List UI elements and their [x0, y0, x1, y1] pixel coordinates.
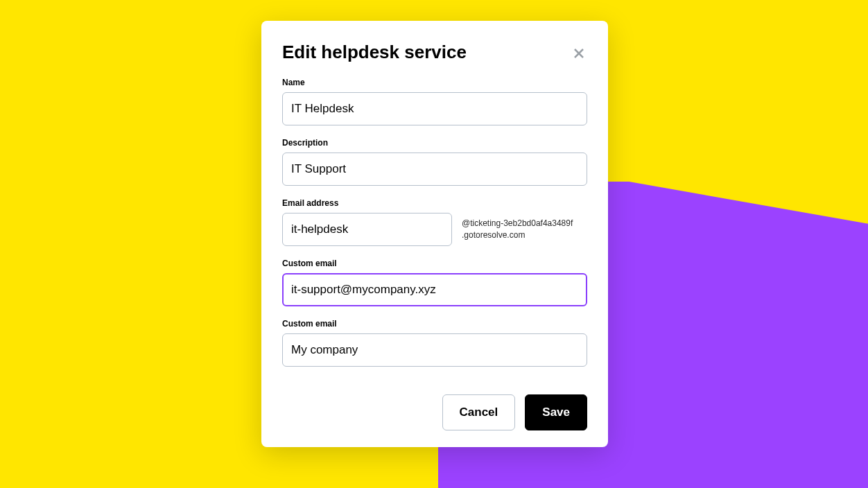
custom-email2-input[interactable] [282, 333, 587, 367]
name-label: Name [282, 78, 587, 87]
close-button[interactable] [571, 44, 587, 64]
custom-email-label: Custom email [282, 259, 587, 268]
email-domain-suffix: @ticketing-3eb2bd0af4a3489f .gotoresolve… [462, 218, 573, 241]
save-button[interactable]: Save [525, 394, 587, 430]
description-label: Description [282, 138, 587, 148]
name-input[interactable] [282, 92, 587, 125]
email-suffix-line1: @ticketing-3eb2bd0af4a3489f [462, 218, 573, 229]
email-label: Email address [282, 198, 587, 208]
email-suffix-line2: .gotoresolve.com [462, 229, 573, 241]
description-input[interactable] [282, 152, 587, 186]
cancel-button[interactable]: Cancel [442, 394, 516, 430]
close-icon [573, 48, 584, 59]
custom-email-input[interactable] [282, 273, 587, 306]
edit-helpdesk-modal: Edit helpdesk service Name Description E… [261, 21, 608, 447]
modal-title: Edit helpdesk service [282, 42, 467, 63]
custom-email2-label: Custom email [282, 319, 587, 329]
email-input[interactable] [282, 213, 452, 246]
